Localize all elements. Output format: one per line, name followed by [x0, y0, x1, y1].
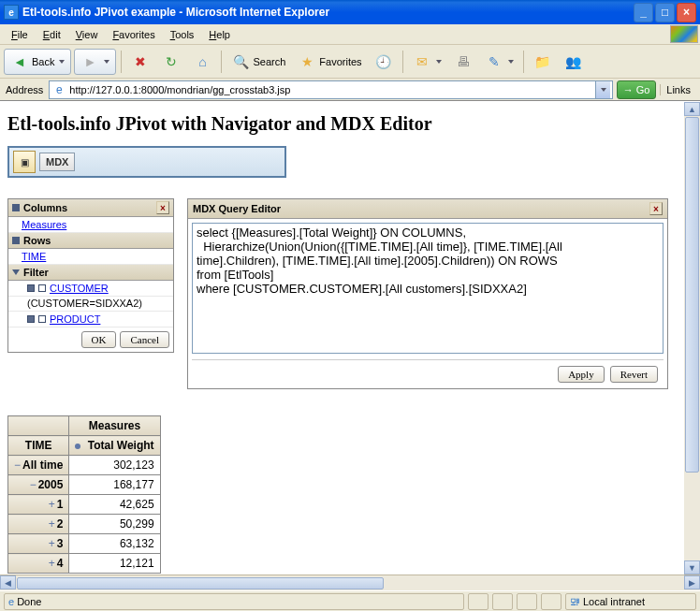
mdx-apply-button[interactable]: Apply: [558, 366, 605, 383]
table-row: +4 12,121: [8, 554, 161, 574]
filter-header-label: Filter: [23, 267, 49, 278]
ie-app-icon: e: [4, 5, 19, 20]
maximize-button[interactable]: □: [655, 3, 675, 22]
row-2005[interactable]: −2005: [8, 475, 69, 495]
edit-button[interactable]: ✎: [480, 49, 518, 75]
row-all-time[interactable]: −All time: [8, 456, 69, 475]
stop-button[interactable]: ✖: [126, 49, 154, 75]
menu-help[interactable]: Help: [201, 27, 238, 42]
data-cell: 42,625: [69, 495, 160, 515]
links-label[interactable]: Links: [660, 84, 696, 95]
toolbar-separator: [221, 51, 222, 73]
mail-button[interactable]: ✉: [408, 49, 446, 75]
expand-icon[interactable]: +: [49, 557, 55, 570]
folder-button[interactable]: 📁: [529, 49, 557, 75]
mdx-toggle-button[interactable]: MDX: [39, 153, 75, 171]
home-button[interactable]: ⌂: [188, 49, 216, 75]
filter-header: Filter: [8, 265, 173, 281]
expand-icon[interactable]: +: [49, 498, 55, 511]
navigator-ok-button[interactable]: OK: [81, 331, 117, 348]
forward-icon: ►: [80, 52, 99, 71]
back-button[interactable]: ◄ Back: [4, 49, 71, 75]
vertical-scrollbar[interactable]: ▲ ▼: [684, 102, 700, 575]
menu-tools[interactable]: Tools: [163, 27, 202, 42]
mdx-editor-close-button[interactable]: ×: [649, 202, 663, 215]
navigator-close-button[interactable]: ×: [156, 201, 169, 214]
favorites-label: Favorites: [319, 56, 361, 67]
search-label: Search: [253, 56, 285, 67]
close-button[interactable]: ×: [677, 3, 696, 22]
table-row: −All time 302,123: [8, 456, 161, 475]
move-icon[interactable]: [38, 315, 46, 323]
forward-dropdown-icon: [104, 60, 109, 64]
customer-link[interactable]: CUSTOMER: [50, 283, 109, 294]
favorites-button[interactable]: ★ Favorites: [293, 49, 366, 75]
edit-icon: ✎: [485, 52, 503, 71]
collapse-icon[interactable]: −: [14, 458, 21, 472]
forward-button[interactable]: ►: [74, 49, 116, 75]
go-label: Go: [636, 84, 650, 95]
row-month-2[interactable]: +2: [8, 515, 69, 534]
history-icon: 🕘: [374, 52, 393, 71]
move-icon[interactable]: [27, 284, 35, 292]
menu-favorites[interactable]: Favorites: [105, 27, 162, 42]
rows-time-row[interactable]: TIME: [8, 249, 173, 265]
data-cell: 168,177: [69, 475, 160, 495]
address-dropdown-icon[interactable]: [595, 81, 610, 98]
pivot-corner-cell: [8, 416, 69, 436]
move-icon[interactable]: [27, 315, 35, 323]
refresh-button[interactable]: ↻: [157, 49, 185, 75]
row-month-4[interactable]: +4: [8, 554, 69, 574]
search-button[interactable]: 🔍 Search: [226, 49, 290, 75]
filter-customer-row[interactable]: CUSTOMER: [8, 281, 173, 297]
scroll-thumb[interactable]: [685, 117, 699, 473]
scroll-down-icon[interactable]: ▼: [684, 560, 700, 575]
horizontal-scrollbar[interactable]: ◀ ▶: [0, 575, 700, 590]
mdx-query-textarea[interactable]: [192, 223, 664, 354]
product-link[interactable]: PRODUCT: [50, 313, 100, 325]
row-month-1[interactable]: +1: [8, 495, 69, 515]
history-button[interactable]: 🕘: [370, 49, 398, 75]
columns-header: Columns ×: [8, 199, 173, 217]
print-button[interactable]: 🖶: [449, 49, 477, 75]
scroll-up-icon[interactable]: ▲: [684, 102, 700, 116]
expand-icon[interactable]: +: [49, 517, 55, 531]
columns-measures-row[interactable]: Measures: [8, 217, 173, 233]
mail-dropdown-icon: [436, 60, 442, 64]
navigator-cancel-button[interactable]: Cancel: [120, 331, 169, 348]
row-month-3[interactable]: +3: [8, 534, 69, 554]
rows-header-label: Rows: [23, 235, 51, 246]
scroll-thumb[interactable]: [17, 577, 384, 589]
move-icon[interactable]: [38, 284, 46, 292]
scroll-right-icon[interactable]: ▶: [684, 575, 700, 589]
time-link[interactable]: TIME: [22, 251, 46, 262]
pivot-table: Measures TIME Total Weight −All time 302…: [7, 415, 161, 574]
address-bar: Address e http://127.0.0.1:8000/mondrian…: [0, 79, 700, 101]
address-url: http://127.0.0.1:8000/mondrian/gg_crosst…: [69, 84, 591, 95]
mdx-revert-button[interactable]: Revert: [610, 366, 658, 383]
page-title: Etl-tools.info JPivot with Navigator and…: [7, 113, 693, 135]
menu-edit[interactable]: Edit: [36, 27, 68, 42]
status-cell: [492, 593, 513, 610]
favorites-icon: ★: [298, 52, 316, 71]
menu-view[interactable]: View: [68, 27, 106, 42]
navigator-toggle-button[interactable]: ▣: [13, 151, 36, 173]
expand-icon[interactable]: +: [49, 537, 55, 550]
status-cell: [541, 593, 561, 610]
data-cell: 50,299: [69, 515, 160, 534]
address-input[interactable]: e http://127.0.0.1:8000/mondrian/gg_cros…: [49, 80, 612, 99]
back-label: Back: [32, 56, 54, 67]
table-row: +1 42,625: [8, 495, 161, 515]
scroll-left-icon[interactable]: ◀: [0, 575, 16, 589]
messenger-button[interactable]: 👥: [560, 49, 588, 75]
minimize-button[interactable]: _: [634, 3, 653, 22]
measures-link[interactable]: Measures: [22, 219, 66, 230]
mdx-editor-header: MDX Query Editor ×: [188, 199, 667, 219]
collapse-icon[interactable]: −: [30, 478, 36, 491]
scroll-track[interactable]: [16, 575, 684, 590]
measures-column-header: Measures: [69, 416, 160, 436]
menu-file[interactable]: File: [4, 27, 36, 42]
mdx-label: MDX: [46, 156, 68, 167]
filter-product-row[interactable]: PRODUCT: [8, 312, 173, 327]
go-button[interactable]: → Go: [617, 80, 657, 99]
